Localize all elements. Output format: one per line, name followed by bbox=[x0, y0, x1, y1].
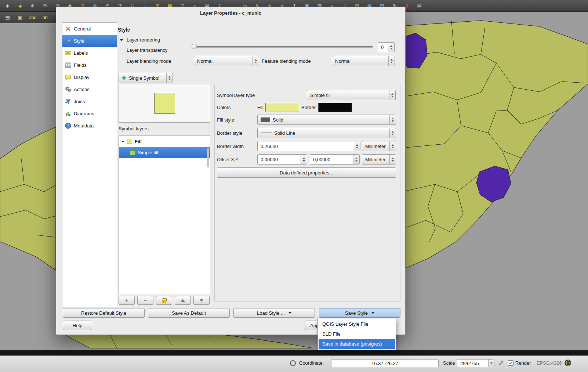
combo-arrows-icon[interactable] bbox=[389, 115, 396, 124]
pan-to-selection-icon[interactable]: ◈ bbox=[15, 1, 25, 10]
sidebar-item-metadata[interactable]: i Metadata bbox=[62, 120, 117, 132]
symbol-preview-swatch bbox=[154, 93, 175, 114]
border-color-button[interactable] bbox=[318, 103, 352, 112]
lock-symbol-layer-button[interactable] bbox=[156, 296, 172, 305]
layer-rendering-label[interactable]: Layer rendering bbox=[127, 37, 160, 43]
sidebar-item-labels[interactable]: abc Labels bbox=[62, 47, 117, 59]
layer-properties-icon[interactable]: ▤ bbox=[415, 1, 424, 10]
menu-item-save-in-database[interactable]: Save in database (postgres) bbox=[319, 339, 395, 349]
combo-arrows-icon[interactable] bbox=[166, 73, 173, 83]
border-width-unit-value: Millimeter bbox=[365, 144, 386, 149]
sidebar-item-general[interactable]: General bbox=[62, 23, 117, 35]
crs-status-icon[interactable] bbox=[564, 359, 571, 366]
sidebar-item-fields[interactable]: Fields bbox=[62, 59, 117, 71]
feature-blending-value: Normal bbox=[335, 58, 351, 64]
spinner-icon[interactable] bbox=[354, 141, 360, 151]
offset-x-value: 0,00000 bbox=[261, 157, 278, 162]
combo-arrows-icon[interactable] bbox=[389, 90, 395, 100]
spinner-icon[interactable] bbox=[353, 155, 359, 164]
fill-color-button[interactable] bbox=[265, 103, 299, 112]
transparency-value: 0 bbox=[381, 44, 384, 50]
feature-blending-combo[interactable]: Normal bbox=[332, 56, 395, 66]
style-icon bbox=[65, 38, 71, 44]
tree-item-fill[interactable]: Fill bbox=[119, 136, 210, 147]
transparency-spinbox[interactable]: 0 bbox=[378, 42, 395, 52]
combo-arrows-icon[interactable] bbox=[389, 128, 396, 138]
save-as-default-button[interactable]: Save As Default bbox=[148, 308, 230, 318]
zoom-in-icon[interactable]: ⊕ bbox=[28, 1, 37, 10]
zoom-out-icon[interactable]: ⊖ bbox=[40, 1, 50, 10]
sidebar-item-label: Display bbox=[74, 75, 90, 80]
save-style-button[interactable]: Save Style bbox=[319, 308, 400, 318]
spinner-icon[interactable] bbox=[388, 43, 394, 52]
colors-label: Colors bbox=[217, 105, 231, 110]
dropdown-arrow-icon bbox=[371, 312, 374, 314]
metadata-icon: i bbox=[65, 123, 71, 129]
layer-blending-combo[interactable]: Normal bbox=[194, 56, 259, 66]
sidebar-item-joins[interactable]: Joins bbox=[62, 95, 117, 108]
qgis-window: ◈ ◈ ⊕ ⊖ ◎ ◉ ◎ ◎ ↶ ↷ ↻ i ⊞ ▦ □ ε bbox=[0, 0, 588, 372]
spinner-icon[interactable] bbox=[301, 155, 307, 164]
offset-x-spinbox[interactable]: 0,00000 bbox=[257, 154, 307, 165]
tree-scrollbar[interactable] bbox=[207, 148, 209, 167]
fill-label: Fill bbox=[257, 105, 264, 110]
combo-arrows-icon[interactable] bbox=[253, 56, 259, 66]
add-symbol-layer-button[interactable]: + bbox=[119, 296, 135, 305]
combo-arrows-icon[interactable] bbox=[388, 56, 395, 66]
coordinate-input[interactable] bbox=[331, 359, 439, 367]
sidebar-item-actions[interactable]: Actions bbox=[62, 83, 117, 95]
fields-icon bbox=[65, 62, 71, 69]
dialog-sidebar: General Style abc Labels Fields Display … bbox=[62, 22, 117, 307]
load-style-button[interactable]: Load Style ... bbox=[233, 308, 315, 318]
scale-label: Scale bbox=[443, 360, 455, 366]
copy-style-icon[interactable]: ▤ bbox=[3, 13, 12, 22]
save-as-default-label: Save As Default bbox=[172, 310, 206, 316]
transparency-slider-handle[interactable] bbox=[192, 44, 197, 49]
fill-style-label: Fill style bbox=[217, 117, 234, 123]
combo-arrows-icon[interactable] bbox=[389, 141, 396, 151]
labeling-icon[interactable]: abc bbox=[28, 13, 37, 22]
move-layer-down-button[interactable] bbox=[193, 296, 210, 305]
renderer-type-combo[interactable]: Single Symbol bbox=[119, 73, 173, 83]
fill-style-combo[interactable]: Solid bbox=[257, 115, 396, 125]
menu-item-sld-file[interactable]: SLD File bbox=[319, 329, 395, 339]
symbol-layers-label: Symbol layers bbox=[119, 126, 149, 131]
border-width-value: 0,26000 bbox=[261, 144, 278, 149]
combo-arrows-icon[interactable] bbox=[389, 155, 396, 164]
menu-item-qgis-style-file[interactable]: QGIS Layer Style File bbox=[319, 319, 395, 329]
collapse-arrow-icon[interactable] bbox=[120, 39, 123, 41]
render-checkbox[interactable] bbox=[508, 360, 513, 366]
scale-combo[interactable]: 2942755 bbox=[457, 359, 494, 367]
border-width-unit-combo[interactable]: Millimeter bbox=[362, 141, 396, 151]
layer-transparency-label: Layer transparency bbox=[127, 47, 167, 53]
dropdown-arrow-icon[interactable] bbox=[488, 360, 494, 367]
solid-line-icon bbox=[261, 133, 272, 133]
sidebar-item-label: Joins bbox=[74, 99, 85, 104]
sidebar-item-label: General bbox=[74, 26, 91, 32]
help-button[interactable]: Help bbox=[63, 321, 92, 330]
sidebar-item-diagrams[interactable]: Diagrams bbox=[62, 108, 117, 120]
paste-style-icon[interactable]: ▣ bbox=[15, 13, 25, 22]
restore-default-style-button[interactable]: Restore Default Style bbox=[63, 308, 145, 318]
fill-style-value: Solid bbox=[273, 117, 283, 123]
symbol-layer-type-combo[interactable]: Simple fill bbox=[307, 90, 396, 100]
border-style-combo[interactable]: Solid Line bbox=[257, 128, 396, 138]
paintbrush-icon[interactable] bbox=[498, 360, 504, 366]
load-style-label: Load Style ... bbox=[257, 310, 285, 316]
pan-map-icon[interactable]: ◈ bbox=[3, 1, 12, 10]
offset-y-spinbox[interactable]: 0,00000 bbox=[310, 154, 360, 165]
actions-icon bbox=[65, 86, 71, 93]
sidebar-item-display[interactable]: Display bbox=[62, 71, 117, 83]
tree-item-simple-fill[interactable]: Simple fill bbox=[119, 147, 210, 158]
border-width-spinbox[interactable]: 0,26000 bbox=[257, 141, 360, 151]
data-defined-properties-button[interactable]: Data defined properties... bbox=[217, 167, 396, 178]
remove-symbol-layer-button[interactable]: − bbox=[137, 296, 153, 305]
layer-properties-dialog: Layer Properties - c_munic General Style… bbox=[56, 7, 406, 335]
expand-arrow-icon[interactable] bbox=[121, 141, 124, 142]
label-properties-icon[interactable]: ab bbox=[40, 13, 50, 22]
offset-unit-combo[interactable]: Millimeter bbox=[362, 154, 396, 165]
symbol-layer-type-label: Symbol layer type bbox=[217, 93, 255, 98]
transparency-slider bbox=[194, 46, 373, 48]
move-layer-up-button[interactable] bbox=[175, 296, 191, 305]
sidebar-item-style[interactable]: Style bbox=[62, 35, 117, 47]
